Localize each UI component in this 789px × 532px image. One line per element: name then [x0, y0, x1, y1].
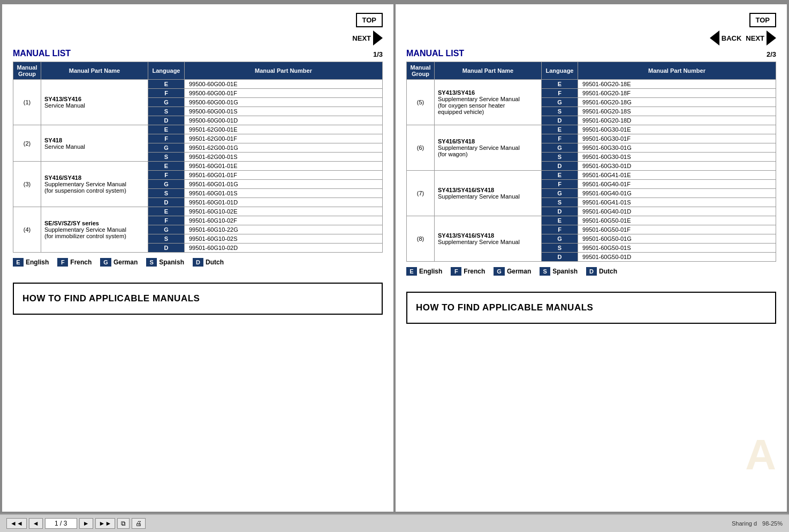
sharing-text: Sharing d: [732, 520, 757, 527]
legend-label: Dutch: [599, 268, 617, 275]
lang-cell: S: [148, 153, 185, 162]
lang-cell: G: [542, 234, 578, 244]
part-num-cell: 99501-60G10-02F: [185, 216, 383, 225]
legend-item: EEnglish: [406, 267, 442, 276]
table-row: (6)SY416/SY418 Supplementary Service Man…: [407, 125, 776, 134]
lang-cell: G: [148, 180, 185, 189]
lang-cell: E: [542, 80, 578, 89]
name-cell: SY413/SY416 Supplementary Service Manual…: [435, 80, 542, 125]
legend-item: FFrench: [57, 258, 92, 267]
lang-cell: F: [148, 89, 185, 98]
back-button-p2[interactable]: BACK: [710, 31, 742, 45]
page1-legend: EEnglishFFrenchGGermanSSpanishDDutch: [13, 258, 383, 267]
part-num-cell: 99501-60G41-01E: [578, 171, 776, 180]
legend-label: French: [70, 259, 92, 266]
group-cell: (6): [407, 125, 435, 171]
part-num-cell: 99501-60G50-01E: [578, 216, 776, 225]
lang-cell: E: [148, 207, 185, 216]
name-cell: SY413/SY416/SY418 Supplementary Service …: [435, 216, 542, 262]
zoom-level: 98-25%: [762, 520, 783, 527]
legend-item: DDutch: [193, 258, 224, 267]
next-arrow-icon-p2: [767, 31, 776, 45]
main-content: TOP NEXT MANUAL LIST 1/3 Manual Group Ma…: [0, 0, 789, 514]
part-num-cell: 99501-62G00-01S: [185, 153, 383, 162]
page1-next-nav: NEXT: [13, 31, 383, 45]
group-cell: (4): [13, 207, 41, 253]
table-row: (1)SY413/SY416 Service ManualE99500-60G0…: [13, 80, 383, 89]
group-cell: (3): [13, 162, 41, 207]
part-num-cell: 99501-60G10-02D: [185, 244, 383, 253]
lang-cell: G: [542, 98, 578, 107]
next-button-p2[interactable]: NEXT: [746, 31, 776, 45]
page2-how-to-box: HOW TO FIND APPLICABLE MANUALS: [406, 292, 776, 324]
legend-label: Dutch: [206, 259, 224, 266]
legend-badge: S: [540, 267, 550, 276]
top-button-p1[interactable]: TOP: [356, 13, 383, 27]
lang-cell: F: [148, 171, 185, 180]
bottom-bar-left: ◄◄ ◄ ► ►► ⧉ 🖨: [6, 518, 146, 529]
page-input[interactable]: [45, 518, 77, 529]
legend-badge: F: [451, 267, 461, 276]
col-name-p1: Manual Part Name: [41, 62, 148, 80]
page1-pagenum: 1/3: [373, 50, 383, 58]
legend-badge: S: [146, 258, 157, 267]
lang-cell: E: [542, 125, 578, 134]
part-num-cell: 99500-60G00-01E: [185, 80, 383, 89]
legend-item: FFrench: [451, 267, 485, 276]
col-group-p2: Manual Group: [407, 62, 435, 80]
part-num-cell: 99501-60G20-18G: [578, 98, 776, 107]
col-partnum-p2: Manual Part Number: [578, 62, 776, 80]
last-page-button[interactable]: ►►: [95, 518, 116, 529]
next-page-button[interactable]: ►: [79, 518, 93, 529]
bottom-bar-right: Sharing d 98-25%: [732, 520, 783, 527]
part-num-cell: 99501-60G20-18F: [578, 89, 776, 98]
legend-badge: G: [494, 267, 505, 276]
first-page-button[interactable]: ◄◄: [6, 518, 27, 529]
next-label-p2: NEXT: [746, 34, 764, 42]
next-arrow-icon-p1: [373, 31, 383, 45]
legend-badge: F: [57, 258, 68, 267]
table-row: (8)SY413/SY416/SY418 Supplementary Servi…: [407, 216, 776, 225]
next-button-p1[interactable]: NEXT: [352, 31, 383, 45]
part-num-cell: 99501-60G20-18E: [578, 80, 776, 89]
legend-item: EEnglish: [13, 258, 49, 267]
legend-item: SSpanish: [540, 267, 578, 276]
top-label-p2: TOP: [756, 16, 770, 24]
page2-top-nav: TOP: [406, 13, 776, 27]
legend-badge: E: [406, 267, 417, 276]
lang-cell: S: [542, 244, 578, 253]
table-row: (4)SE/SV/SZ/SY series Supplementary Serv…: [13, 207, 383, 216]
legend-label: German: [507, 268, 531, 275]
lang-cell: S: [148, 234, 185, 244]
legend-label: Spanish: [552, 268, 578, 275]
print-button[interactable]: 🖨: [132, 518, 146, 529]
lang-cell: S: [542, 198, 578, 207]
lang-cell: F: [148, 134, 185, 143]
lang-cell: D: [542, 207, 578, 216]
page-1: TOP NEXT MANUAL LIST 1/3 Manual Group Ma…: [2, 4, 393, 512]
page2-back-next-nav: BACK NEXT: [406, 31, 776, 45]
page2-how-to-title: HOW TO FIND APPLICABLE MANUALS: [416, 302, 767, 313]
page2-table: Manual Group Manual Part Name Language M…: [406, 62, 776, 262]
part-num-cell: 99501-60G10-22G: [185, 225, 383, 234]
name-cell: SY413/SY416/SY418 Supplementary Service …: [435, 171, 542, 216]
lang-cell: F: [542, 134, 578, 143]
prev-page-button[interactable]: ◄: [29, 518, 43, 529]
page1-table: Manual Group Manual Part Name Language M…: [13, 62, 383, 253]
group-cell: (7): [407, 171, 435, 216]
table-row: (3)SY416/SY418 Supplementary Service Man…: [13, 162, 383, 171]
legend-badge: D: [586, 267, 597, 276]
top-button-p2[interactable]: TOP: [749, 13, 777, 27]
part-num-cell: 99501-60G40-01F: [578, 180, 776, 189]
legend-label: German: [113, 259, 138, 266]
lang-cell: E: [542, 171, 578, 180]
copy-button[interactable]: ⧉: [117, 518, 130, 529]
lang-cell: G: [148, 98, 185, 107]
part-num-cell: 99500-60G00-01S: [185, 107, 383, 116]
top-label-p1: TOP: [362, 16, 377, 24]
lang-cell: F: [542, 225, 578, 234]
lang-cell: F: [542, 89, 578, 98]
lang-cell: E: [148, 125, 185, 134]
page1-how-to-title: HOW TO FIND APPLICABLE MANUALS: [22, 293, 373, 304]
legend-label: English: [26, 259, 49, 266]
